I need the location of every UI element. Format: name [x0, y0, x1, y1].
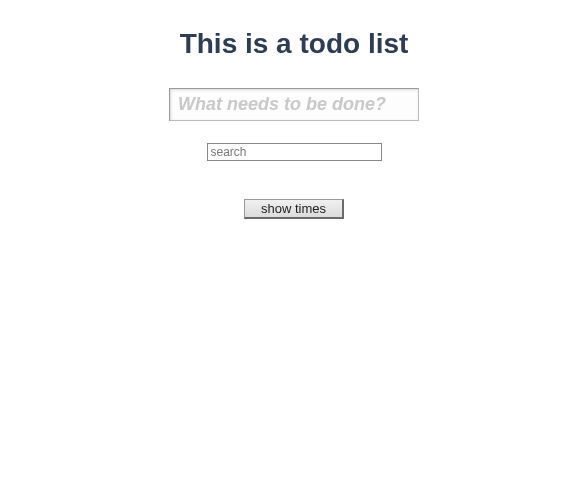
- page-title: This is a todo list: [180, 28, 409, 60]
- search-input[interactable]: [207, 143, 382, 161]
- new-todo-input[interactable]: [169, 88, 419, 121]
- show-times-button[interactable]: show times: [244, 199, 344, 219]
